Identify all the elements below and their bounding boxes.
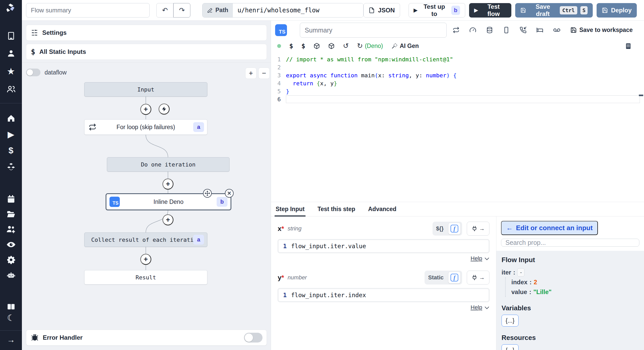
node-do-one-iteration[interactable]: Do one iteration	[107, 157, 230, 172]
resources-expand-button[interactable]: {...}	[502, 344, 519, 350]
expand-sidebar-arrow-icon[interactable]: →	[0, 335, 22, 345]
ai-robot-icon[interactable]	[0, 270, 22, 280]
all-static-inputs-button[interactable]: $ All Static Inputs	[26, 44, 267, 60]
path-edit-button[interactable]: Path	[202, 3, 233, 17]
script-library-icon[interactable]	[625, 43, 632, 49]
tab-test-this-step[interactable]: Test this step	[317, 202, 355, 216]
redo-button[interactable]: ↷	[173, 3, 190, 18]
zoom-in-button[interactable]: +	[245, 68, 257, 79]
connect-input-plug-button[interactable]: →	[467, 222, 489, 236]
connect-input-plug-button[interactable]: →	[467, 271, 489, 285]
node-forloop[interactable]: For loop (skip failures) a	[84, 119, 207, 135]
tree-value-index[interactable]: 2	[534, 279, 537, 286]
error-handler-card[interactable]: Error Handler	[26, 330, 267, 346]
code-line[interactable]: 3export async function main(x: string, y…	[271, 71, 644, 79]
tree-value-value[interactable]: "Lille"	[533, 288, 552, 296]
windmill-logo-icon[interactable]	[0, 3, 22, 13]
chevron-down-icon[interactable]	[485, 305, 489, 309]
chevron-down-icon[interactable]	[485, 256, 489, 260]
insert-step-button[interactable]: +	[140, 254, 151, 265]
input-mode-toggle[interactable]: ${} f	[433, 222, 462, 236]
retry-repeat-icon[interactable]	[453, 27, 460, 34]
save-draft-button[interactable]: Save draft Ctrl S	[515, 3, 593, 18]
suspend-phone-icon[interactable]	[520, 27, 527, 34]
javascript-mode-chip[interactable]: f	[448, 223, 461, 235]
flow-summary-input[interactable]	[26, 3, 150, 18]
home-icon[interactable]	[0, 113, 22, 123]
add-trigger-button[interactable]	[159, 104, 170, 114]
docs-book-icon[interactable]	[0, 302, 22, 312]
ai-gen-button[interactable]: AI Gen	[391, 43, 419, 49]
node-result[interactable]: Result	[84, 270, 207, 285]
node-input[interactable]: Input	[84, 82, 207, 97]
code-line[interactable]: 4 return {x, y}	[271, 79, 644, 87]
move-node-icon[interactable]	[203, 189, 212, 198]
step-summary-input[interactable]	[300, 23, 447, 38]
tree-key-index[interactable]: index	[511, 279, 528, 286]
settings-gear-icon[interactable]	[0, 255, 22, 265]
error-handler-toggle[interactable]	[244, 333, 262, 343]
insert-variable-button[interactable]: $	[289, 42, 293, 50]
collapse-toggle[interactable]: -	[517, 268, 524, 277]
mode-left-label[interactable]: ${}	[434, 225, 446, 232]
flow-settings-button[interactable]: Settings	[26, 25, 267, 41]
javascript-mode-chip[interactable]: f	[448, 272, 461, 284]
json-button[interactable]: JSON	[363, 3, 400, 18]
audit-eye-icon[interactable]	[0, 239, 22, 250]
insert-step-button[interactable]: +	[163, 179, 173, 189]
code-line[interactable]: 1// import * as wmill from "npm:windmill…	[271, 55, 644, 63]
variables-expand-button[interactable]: {...}	[502, 315, 519, 327]
cache-database-icon[interactable]	[486, 27, 493, 34]
insert-step-button[interactable]: +	[140, 104, 151, 115]
workers-users-gear-icon[interactable]	[0, 224, 22, 235]
favorites-star-icon[interactable]: ★	[0, 66, 22, 77]
reload-icon[interactable]: ↻ (Deno)	[357, 42, 383, 50]
user-icon[interactable]	[0, 48, 22, 59]
schedules-calendar-icon[interactable]	[0, 194, 22, 204]
reset-undo-icon[interactable]: ↺	[343, 42, 349, 50]
help-link[interactable]: Help	[471, 304, 482, 311]
expression-editor[interactable]: 1 flow_input.iter.value	[278, 239, 489, 253]
folders-icon[interactable]	[0, 209, 22, 219]
workspace-icon[interactable]	[0, 31, 22, 41]
help-link[interactable]: Help	[471, 255, 482, 262]
input-mode-toggle[interactable]: Static f	[425, 271, 462, 285]
package-box-icon[interactable]	[328, 43, 335, 49]
node-inline-deno-selected[interactable]: TS Inline Deno b ✕	[106, 193, 231, 210]
deploy-button[interactable]: Deploy	[597, 3, 637, 18]
runs-play-icon[interactable]: ▶	[0, 129, 22, 139]
plug-icon	[471, 226, 478, 232]
code-line[interactable]: 2	[271, 63, 644, 71]
code-editor[interactable]: 1// import * as wmill from "npm:windmill…	[271, 53, 644, 202]
code-line[interactable]: 6	[271, 95, 644, 103]
timeout-mobile-icon[interactable]	[503, 27, 510, 34]
package-box-icon[interactable]	[313, 43, 320, 49]
tab-step-input[interactable]: Step Input	[276, 202, 304, 216]
test-up-to-button[interactable]: ▶ Test up to b	[409, 3, 465, 18]
mode-left-label[interactable]: Static	[426, 274, 446, 281]
tree-key-iter[interactable]: iter	[502, 269, 511, 276]
expression-editor[interactable]: 1 flow_input.iter.index	[278, 288, 489, 302]
delete-node-icon[interactable]: ✕	[225, 189, 234, 198]
undo-button[interactable]: ↶	[156, 3, 173, 18]
node-collect-result[interactable]: Collect result of each iteration a	[84, 232, 207, 247]
insert-step-button[interactable]: +	[163, 214, 173, 225]
groups-icon[interactable]	[0, 84, 22, 94]
tree-key-value[interactable]: value	[511, 288, 527, 296]
concurrency-gauge-icon[interactable]	[469, 27, 476, 34]
variables-dollar-icon[interactable]: $	[0, 145, 22, 155]
mock-voicemail-icon[interactable]	[553, 26, 561, 34]
save-to-workspace-button[interactable]: Save to workspace	[570, 27, 633, 34]
zoom-out-button[interactable]: −	[258, 68, 270, 79]
tab-advanced[interactable]: Advanced	[368, 202, 396, 216]
insert-resource-button[interactable]: $	[301, 42, 305, 50]
resources-cubes-icon[interactable]	[0, 162, 22, 172]
path-input[interactable]	[233, 3, 363, 17]
test-flow-button[interactable]: ▶ Test flow	[469, 3, 511, 18]
code-line[interactable]: 5}	[271, 87, 644, 95]
dark-mode-moon-icon[interactable]: ☾	[0, 313, 22, 323]
edit-or-connect-button[interactable]: ← Edit or connect an input	[501, 221, 598, 235]
search-prop-input[interactable]	[501, 239, 639, 247]
sleep-bed-icon[interactable]	[536, 27, 543, 34]
dataflow-toggle[interactable]	[26, 69, 40, 76]
